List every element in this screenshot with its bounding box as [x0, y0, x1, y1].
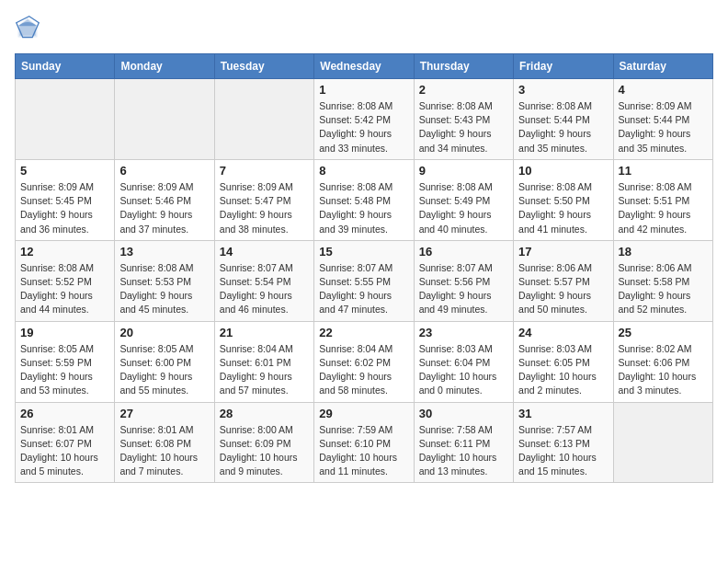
calendar-day-cell: 17Sunrise: 8:06 AM Sunset: 5:57 PM Dayli…	[514, 240, 613, 321]
day-number: 26	[20, 407, 109, 420]
weekday-header: Monday	[115, 54, 214, 79]
day-info: Sunrise: 8:07 AM Sunset: 5:56 PM Dayligh…	[419, 261, 508, 317]
day-number: 1	[319, 83, 408, 97]
day-number: 6	[119, 164, 209, 178]
calendar-week-row: 5Sunrise: 8:09 AM Sunset: 5:45 PM Daylig…	[16, 159, 713, 240]
calendar-week-row: 19Sunrise: 8:05 AM Sunset: 5:59 PM Dayli…	[16, 321, 713, 402]
day-info: Sunrise: 8:05 AM Sunset: 5:59 PM Dayligh…	[20, 342, 109, 398]
day-number: 11	[619, 164, 708, 178]
calendar-day-cell: 3Sunrise: 8:08 AM Sunset: 5:44 PM Daylig…	[514, 79, 613, 160]
calendar-day-cell: 20Sunrise: 8:05 AM Sunset: 6:00 PM Dayli…	[115, 321, 214, 402]
day-info: Sunrise: 8:03 AM Sunset: 6:04 PM Dayligh…	[419, 342, 508, 398]
calendar-day-cell	[214, 79, 313, 160]
day-number: 28	[220, 407, 309, 420]
day-number: 18	[619, 245, 708, 259]
calendar-day-cell: 4Sunrise: 8:09 AM Sunset: 5:44 PM Daylig…	[613, 79, 712, 160]
calendar-day-cell: 8Sunrise: 8:08 AM Sunset: 5:48 PM Daylig…	[314, 159, 414, 240]
weekday-header: Sunday	[16, 54, 115, 79]
logo	[15, 15, 44, 40]
weekday-header: Friday	[514, 54, 613, 79]
calendar-day-cell: 11Sunrise: 8:08 AM Sunset: 5:51 PM Dayli…	[613, 159, 712, 240]
day-info: Sunrise: 8:06 AM Sunset: 5:58 PM Dayligh…	[619, 261, 708, 317]
calendar-day-cell: 27Sunrise: 8:01 AM Sunset: 6:08 PM Dayli…	[115, 402, 214, 483]
calendar-week-row: 26Sunrise: 8:01 AM Sunset: 6:07 PM Dayli…	[16, 402, 713, 483]
day-info: Sunrise: 8:09 AM Sunset: 5:44 PM Dayligh…	[619, 99, 708, 155]
day-info: Sunrise: 8:08 AM Sunset: 5:43 PM Dayligh…	[419, 99, 508, 155]
day-number: 17	[518, 245, 608, 259]
weekday-header: Saturday	[613, 54, 712, 79]
day-info: Sunrise: 7:59 AM Sunset: 6:10 PM Dayligh…	[319, 423, 408, 479]
calendar-day-cell: 9Sunrise: 8:08 AM Sunset: 5:49 PM Daylig…	[414, 159, 513, 240]
calendar-day-cell: 19Sunrise: 8:05 AM Sunset: 5:59 PM Dayli…	[16, 321, 115, 402]
day-info: Sunrise: 8:08 AM Sunset: 5:50 PM Dayligh…	[518, 180, 608, 236]
day-info: Sunrise: 8:00 AM Sunset: 6:09 PM Dayligh…	[220, 423, 309, 479]
calendar-day-cell: 16Sunrise: 8:07 AM Sunset: 5:56 PM Dayli…	[414, 240, 513, 321]
calendar-header-row: SundayMondayTuesdayWednesdayThursdayFrid…	[16, 54, 713, 79]
calendar-day-cell: 25Sunrise: 8:02 AM Sunset: 6:06 PM Dayli…	[613, 321, 712, 402]
calendar-day-cell: 5Sunrise: 8:09 AM Sunset: 5:45 PM Daylig…	[16, 159, 115, 240]
day-number: 19	[20, 326, 109, 339]
calendar-table: SundayMondayTuesdayWednesdayThursdayFrid…	[15, 53, 713, 483]
day-info: Sunrise: 8:08 AM Sunset: 5:49 PM Dayligh…	[419, 180, 508, 236]
day-number: 30	[419, 407, 508, 420]
calendar-day-cell: 14Sunrise: 8:07 AM Sunset: 5:54 PM Dayli…	[214, 240, 313, 321]
day-number: 5	[20, 164, 109, 178]
calendar-day-cell: 31Sunrise: 7:57 AM Sunset: 6:13 PM Dayli…	[514, 402, 613, 483]
day-number: 9	[419, 164, 508, 178]
day-info: Sunrise: 8:07 AM Sunset: 5:55 PM Dayligh…	[319, 261, 408, 317]
day-info: Sunrise: 8:09 AM Sunset: 5:45 PM Dayligh…	[20, 180, 109, 236]
calendar-day-cell: 13Sunrise: 8:08 AM Sunset: 5:53 PM Dayli…	[115, 240, 214, 321]
day-number: 16	[419, 245, 508, 259]
day-number: 7	[220, 164, 309, 178]
calendar-day-cell: 28Sunrise: 8:00 AM Sunset: 6:09 PM Dayli…	[214, 402, 313, 483]
calendar-day-cell: 7Sunrise: 8:09 AM Sunset: 5:47 PM Daylig…	[214, 159, 313, 240]
calendar-day-cell: 23Sunrise: 8:03 AM Sunset: 6:04 PM Dayli…	[414, 321, 513, 402]
day-number: 14	[220, 245, 309, 259]
day-number: 27	[119, 407, 209, 420]
calendar-day-cell: 30Sunrise: 7:58 AM Sunset: 6:11 PM Dayli…	[414, 402, 513, 483]
day-info: Sunrise: 8:04 AM Sunset: 6:01 PM Dayligh…	[220, 342, 309, 398]
calendar-day-cell: 6Sunrise: 8:09 AM Sunset: 5:46 PM Daylig…	[115, 159, 214, 240]
day-number: 3	[518, 83, 608, 97]
day-number: 15	[319, 245, 408, 259]
weekday-header: Thursday	[414, 54, 513, 79]
day-info: Sunrise: 8:05 AM Sunset: 6:00 PM Dayligh…	[119, 342, 209, 398]
day-info: Sunrise: 8:06 AM Sunset: 5:57 PM Dayligh…	[518, 261, 608, 317]
calendar-day-cell: 1Sunrise: 8:08 AM Sunset: 5:42 PM Daylig…	[314, 79, 414, 160]
day-number: 12	[20, 245, 109, 259]
day-info: Sunrise: 8:08 AM Sunset: 5:53 PM Dayligh…	[119, 261, 209, 317]
day-info: Sunrise: 8:08 AM Sunset: 5:52 PM Dayligh…	[20, 261, 109, 317]
page-header	[15, 15, 713, 40]
calendar-day-cell: 2Sunrise: 8:08 AM Sunset: 5:43 PM Daylig…	[414, 79, 513, 160]
day-number: 21	[220, 326, 309, 339]
calendar-day-cell	[613, 402, 712, 483]
calendar-day-cell: 18Sunrise: 8:06 AM Sunset: 5:58 PM Dayli…	[613, 240, 712, 321]
day-info: Sunrise: 8:08 AM Sunset: 5:44 PM Dayligh…	[518, 99, 608, 155]
day-info: Sunrise: 8:08 AM Sunset: 5:48 PM Dayligh…	[319, 180, 408, 236]
day-number: 4	[619, 83, 708, 97]
calendar-day-cell: 15Sunrise: 8:07 AM Sunset: 5:55 PM Dayli…	[314, 240, 414, 321]
day-number: 23	[419, 326, 508, 339]
calendar-week-row: 1Sunrise: 8:08 AM Sunset: 5:42 PM Daylig…	[16, 79, 713, 160]
day-info: Sunrise: 8:03 AM Sunset: 6:05 PM Dayligh…	[518, 342, 608, 398]
calendar-day-cell: 10Sunrise: 8:08 AM Sunset: 5:50 PM Dayli…	[514, 159, 613, 240]
day-info: Sunrise: 8:08 AM Sunset: 5:42 PM Dayligh…	[319, 99, 408, 155]
day-number: 2	[419, 83, 508, 97]
calendar-day-cell: 22Sunrise: 8:04 AM Sunset: 6:02 PM Dayli…	[314, 321, 414, 402]
calendar-day-cell: 24Sunrise: 8:03 AM Sunset: 6:05 PM Dayli…	[514, 321, 613, 402]
day-number: 20	[119, 326, 209, 339]
day-info: Sunrise: 8:07 AM Sunset: 5:54 PM Dayligh…	[220, 261, 309, 317]
day-info: Sunrise: 7:57 AM Sunset: 6:13 PM Dayligh…	[518, 423, 608, 479]
calendar-day-cell: 21Sunrise: 8:04 AM Sunset: 6:01 PM Dayli…	[214, 321, 313, 402]
day-info: Sunrise: 8:02 AM Sunset: 6:06 PM Dayligh…	[619, 342, 708, 398]
day-number: 25	[619, 326, 708, 339]
calendar-day-cell: 12Sunrise: 8:08 AM Sunset: 5:52 PM Dayli…	[16, 240, 115, 321]
day-number: 24	[518, 326, 608, 339]
calendar-day-cell: 29Sunrise: 7:59 AM Sunset: 6:10 PM Dayli…	[314, 402, 414, 483]
calendar-day-cell	[16, 79, 115, 160]
calendar-day-cell: 26Sunrise: 8:01 AM Sunset: 6:07 PM Dayli…	[16, 402, 115, 483]
day-number: 22	[319, 326, 408, 339]
day-info: Sunrise: 8:01 AM Sunset: 6:07 PM Dayligh…	[20, 423, 109, 479]
day-info: Sunrise: 8:01 AM Sunset: 6:08 PM Dayligh…	[119, 423, 209, 479]
calendar-day-cell	[115, 79, 214, 160]
